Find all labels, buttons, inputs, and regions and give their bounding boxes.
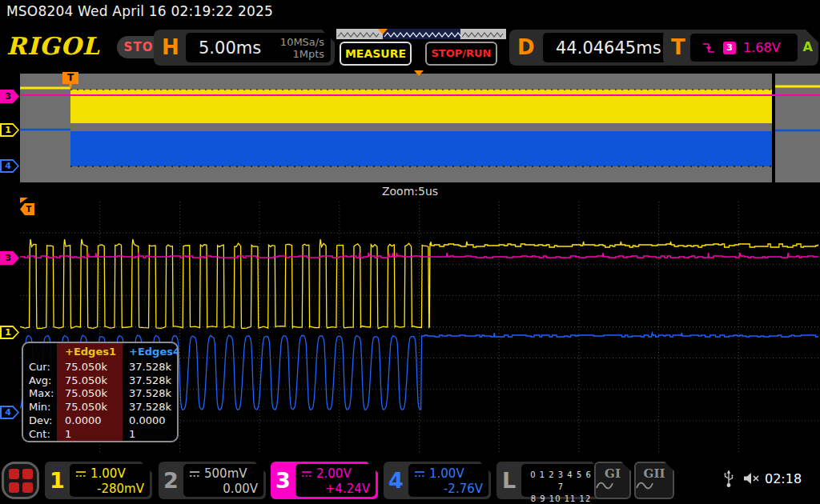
h-label: H [162, 35, 179, 59]
channel1-scale: 1.00V [90, 466, 126, 482]
delay-value: 44.04645ms [543, 38, 661, 58]
channel1-box[interactable]: 1 1.00V -280mV [45, 462, 152, 499]
usb-icon [723, 470, 734, 488]
chamfer-corner [480, 462, 491, 473]
zoom-ch3-marker[interactable]: 3 [0, 251, 19, 265]
channel2-offset: 0.00V [189, 482, 258, 497]
dc-coupling-icon [414, 470, 425, 478]
popup-value: 37.528k [123, 374, 177, 387]
popup-row-label: Avg: [23, 374, 57, 387]
chamfer-corner [322, 30, 335, 42]
popup-col-edges4: +Edges4 [123, 343, 177, 360]
popup-value: 0.0000 [57, 414, 123, 427]
popup-col-edges1: +Edges1 [57, 343, 123, 360]
channel4-scale: 1.00V [429, 466, 464, 482]
channel4-box[interactable]: 4 1.00V -2.76V [384, 462, 491, 499]
zoom-ch4-marker[interactable]: 4 [0, 406, 19, 419]
memory-depth: 1Mpts [292, 48, 324, 60]
menu-grid-icon [9, 469, 33, 493]
popup-corner [23, 343, 57, 360]
horizontal-position-bar[interactable] [336, 27, 506, 39]
overview-ch4-marker[interactable]: 4 [0, 159, 19, 173]
popup-row-label: Dev: [23, 414, 57, 427]
chamfer-corner [665, 462, 674, 471]
dc-coupling-icon [301, 470, 312, 478]
clock: 02:18 [765, 471, 802, 486]
stop-run-button[interactable]: STOP/RUN [425, 42, 497, 66]
chamfer-corner [367, 462, 378, 473]
channel1-readout: 1.00V -280mV [70, 464, 150, 497]
speaker-muted-icon[interactable] [743, 472, 761, 485]
timebase-readout: 5.00ms 10MSa/s 1Mpts [186, 33, 331, 62]
measure-button[interactable]: MEASURE [340, 42, 412, 66]
d-label: D [517, 35, 535, 59]
popup-value: 75.050k [57, 400, 123, 414]
channel4-offset: -2.76V [414, 482, 483, 497]
sine-icon [636, 481, 653, 490]
logic-channels-box[interactable]: L 0 1 2 3 4 5 6 7 8 9 10 11 12 13 14 15 [496, 462, 603, 499]
channel3-scale: 2.00V [316, 466, 352, 482]
rigol-logo: RIGOL [6, 32, 100, 60]
device-title: MSO8204 Wed April 16 02:19:22 2025 [6, 3, 273, 19]
popup-value: 37.528k [123, 360, 177, 374]
trigger-readout: 3 1.68V [690, 34, 798, 62]
gen1-button[interactable]: GI [594, 462, 631, 499]
logic-readout: 0 1 2 3 4 5 6 7 8 9 10 11 12 13 14 15 [521, 464, 601, 497]
gen2-button[interactable]: GII [634, 462, 674, 499]
chamfer-corner [806, 30, 818, 42]
t-label: T [671, 35, 685, 59]
chamfer-corner [255, 462, 266, 473]
channel1-number: 1 [45, 462, 70, 499]
popup-value: 1 [123, 427, 177, 441]
measurement-popup: +Edges1 +Edges4 Cur: 75.050k 37.528k Avg… [22, 342, 179, 442]
timebase-value: 5.00ms [186, 38, 280, 58]
channel3-readout: 2.00V +4.24V [295, 464, 376, 497]
popup-value: 75.050k [57, 374, 123, 387]
popup-value: 0.0000 [123, 414, 177, 427]
logic-row1: 0 1 2 3 4 5 6 7 [527, 469, 595, 493]
popup-value: 75.050k [57, 387, 123, 401]
channel2-readout: 500mV 0.00V [183, 464, 263, 497]
trigger-button[interactable]: T 3 1.68V A [663, 30, 818, 66]
horizontal-timebase-button[interactable]: H 5.00ms 10MSa/s 1Mpts [154, 30, 335, 66]
overview-waveforms [20, 74, 820, 182]
zoom-timebase-label: Zoom:5us [0, 185, 820, 198]
logic-label: L [496, 462, 521, 499]
sample-rate: 10MSa/s [280, 36, 324, 48]
channel2-box[interactable]: 2 500mV 0.00V [159, 462, 266, 499]
channel3-number: 3 [271, 462, 295, 499]
popup-value: 75.050k [57, 360, 123, 374]
channel2-number: 2 [159, 462, 183, 499]
sine-icon [596, 481, 613, 490]
channel3-offset: +4.24V [301, 482, 370, 497]
channel3-box[interactable]: 3 2.00V +4.24V [271, 462, 378, 499]
chamfer-corner [621, 462, 631, 471]
dc-coupling-icon [75, 470, 86, 478]
overview-ch1-marker[interactable]: 1 [0, 123, 19, 137]
popup-row-label: Cnt: [23, 427, 57, 441]
chamfer-corner [141, 462, 152, 473]
trigger-level-value: 1.68V [743, 40, 781, 55]
main-timebase-overview [20, 74, 820, 182]
popup-value: 37.528k [123, 387, 177, 401]
trigger-source-badge: 3 [723, 42, 736, 54]
falling-edge-trigger-icon [701, 42, 716, 54]
position-bar-graphic [336, 27, 506, 39]
overview-ch3-marker[interactable]: 3 [0, 90, 19, 103]
menu-button[interactable] [2, 462, 39, 499]
popup-value: 1 [57, 427, 123, 441]
channel2-scale: 500mV [204, 466, 247, 482]
channel1-offset: -280mV [75, 482, 144, 497]
dc-coupling-icon [189, 470, 200, 478]
logic-row2: 8 9 10 11 12 13 14 15 [527, 493, 595, 504]
popup-row-label: Min: [23, 400, 57, 414]
popup-row-label: Max: [23, 387, 57, 401]
popup-row-label: Cur: [23, 360, 57, 374]
channel4-readout: 1.00V -2.76V [408, 464, 488, 497]
delay-center-marker [414, 70, 424, 76]
zoom-ch1-marker[interactable]: 1 [0, 326, 19, 339]
popup-value: 37.528k [123, 400, 177, 414]
channel4-number: 4 [384, 462, 408, 499]
